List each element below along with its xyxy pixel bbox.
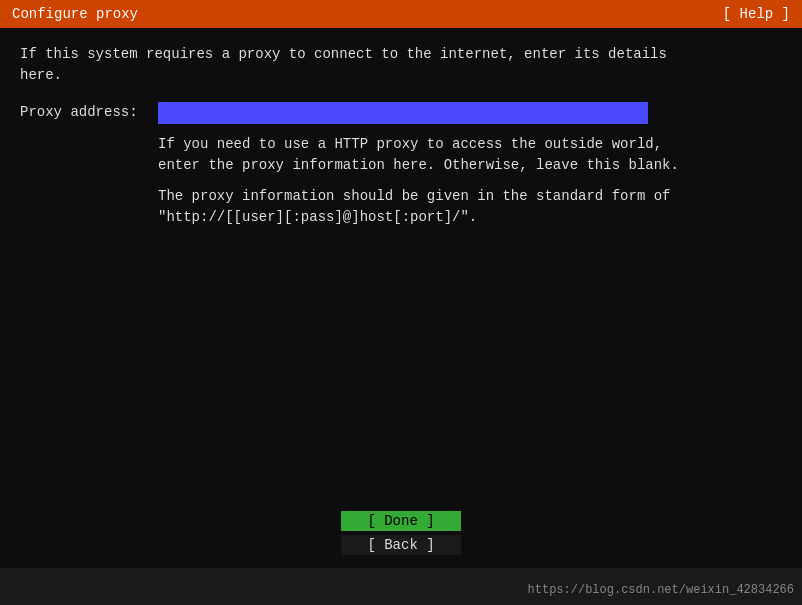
back-button[interactable]: [ Back ]: [341, 535, 461, 555]
help-text-block-1: If you need to use a HTTP proxy to acces…: [158, 134, 679, 176]
proxy-input-wrapper: If you need to use a HTTP proxy to acces…: [158, 102, 679, 238]
title-bar: Configure proxy [ Help ]: [0, 0, 802, 28]
watermark: https://blog.csdn.net/weixin_42834266: [528, 583, 794, 597]
intro-text: If this system requires a proxy to conne…: [20, 44, 782, 86]
proxy-label: Proxy address:: [20, 102, 150, 120]
help-text-block-2: The proxy information should be given in…: [158, 186, 679, 228]
done-button[interactable]: [ Done ]: [341, 511, 461, 531]
proxy-help-text: If you need to use a HTTP proxy to acces…: [158, 134, 679, 238]
content-area: If this system requires a proxy to conne…: [0, 28, 802, 568]
dialog-title: Configure proxy: [12, 6, 138, 22]
proxy-row: Proxy address: If you need to use a HTTP…: [20, 102, 782, 238]
buttons-area: [ Done ] [ Back ]: [341, 511, 461, 555]
help-button[interactable]: [ Help ]: [723, 6, 790, 22]
proxy-address-input[interactable]: [158, 102, 648, 124]
